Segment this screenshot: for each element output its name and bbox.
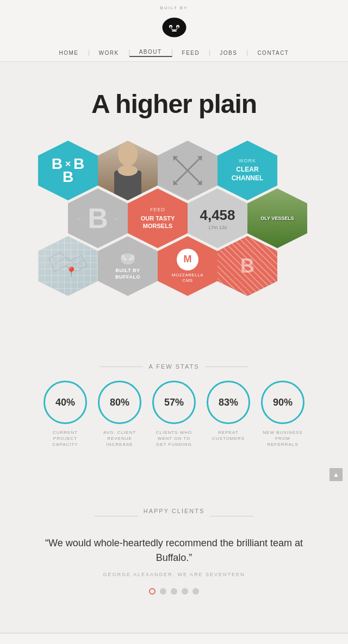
hex-mozzarella[interactable]: M MOZZARELLACMS bbox=[158, 236, 217, 296]
logo[interactable] bbox=[159, 12, 189, 42]
hero-title: A higher plain bbox=[11, 89, 337, 119]
hex-b-large[interactable]: ← B → bbox=[68, 188, 128, 248]
dot-0[interactable] bbox=[149, 588, 156, 595]
stats-section: A FEW STATS 40% CURRENTPROJECTCAPACITY 8… bbox=[0, 342, 348, 481]
hex-work-clear-channel[interactable]: WORK CLEARCHANNEL bbox=[217, 141, 277, 200]
stat-percent-4: 90% bbox=[273, 397, 293, 408]
hex-oly-vessels[interactable]: OLY VESSELS bbox=[247, 188, 307, 248]
svg-point-6 bbox=[177, 27, 178, 28]
svg-point-21 bbox=[129, 258, 131, 260]
hex-bbb-logo[interactable]: B ✕ B B bbox=[38, 141, 98, 200]
nav-home[interactable]: HOME bbox=[49, 50, 89, 56]
footer-sections: PROJECT PLANNER Interested in working wi… bbox=[0, 633, 348, 644]
svg-point-19 bbox=[130, 255, 134, 260]
testimonial-dots bbox=[33, 588, 315, 595]
work-label: WORK bbox=[239, 158, 256, 163]
nav-contact[interactable]: CONTACT bbox=[247, 50, 299, 56]
svg-point-10 bbox=[118, 165, 138, 176]
stat-percent-2: 57% bbox=[164, 397, 184, 408]
hex-person-photo[interactable] bbox=[98, 141, 158, 200]
header: BUILT BY HOME WORK ABOUT FEED JOBS CONTA… bbox=[0, 0, 348, 62]
hex-feed[interactable]: FEED OUR TASTYMORSELS bbox=[128, 188, 188, 248]
testimonial-label: HAPPY CLIENTS bbox=[144, 508, 205, 514]
stat-sublabel: 17m 13s bbox=[208, 225, 227, 230]
buffalo-text: BUILT BYBUFFALO bbox=[115, 268, 140, 280]
stat-label-2: CLIENTS WHOWENT ON TOGET FUNDING bbox=[156, 430, 192, 448]
dot-2[interactable] bbox=[171, 588, 177, 595]
hex-stats-number: 4,458 17m 13s bbox=[188, 188, 247, 248]
feed-label: FEED bbox=[150, 207, 165, 212]
hex-grid: B ✕ B B bbox=[33, 135, 315, 309]
svg-point-20 bbox=[125, 258, 126, 260]
nav-about[interactable]: ABOUT bbox=[129, 49, 172, 57]
stats-divider: A FEW STATS bbox=[11, 363, 337, 370]
stat-label-0: CURRENTPROJECTCAPACITY bbox=[52, 430, 78, 448]
oly-label: OLY VESSELS bbox=[260, 216, 294, 221]
hatched-b: B bbox=[240, 255, 254, 277]
stat-item-1: 80% AVG. CLIENTREVENUEINCREASE bbox=[98, 381, 141, 448]
work-title: CLEARCHANNEL bbox=[232, 166, 264, 182]
stat-ring-4: 90% bbox=[261, 381, 304, 424]
stat-item-4: 90% NEW BUSINESSFROMREFERRALS bbox=[261, 381, 304, 448]
stat-item-0: 40% CURRENTPROJECTCAPACITY bbox=[44, 381, 87, 448]
stat-label-1: AVG. CLIENTREVENUEINCREASE bbox=[103, 430, 136, 448]
feed-title: OUR TASTYMORSELS bbox=[141, 214, 175, 230]
testimonial-author: GEORGE ALEXANDER, WE ARE SEVENTEEN bbox=[33, 572, 315, 577]
stat-ring-0: 40% bbox=[44, 381, 87, 424]
svg-point-5 bbox=[170, 27, 171, 28]
stat-number: 4,458 bbox=[200, 207, 235, 224]
stats-title: A FEW STATS bbox=[148, 363, 199, 370]
nav-work[interactable]: WORK bbox=[89, 50, 129, 56]
built-by-label: BUILT BY bbox=[0, 5, 348, 10]
stat-ring-1: 80% bbox=[98, 381, 141, 424]
nav-feed[interactable]: FEED bbox=[172, 50, 210, 56]
dot-3[interactable] bbox=[182, 588, 188, 595]
testimonial-quote: “We would whole-heartedly recommend the … bbox=[33, 536, 315, 565]
hero-section: A higher plain bbox=[0, 62, 348, 135]
nav-jobs[interactable]: JOBS bbox=[210, 50, 247, 56]
dot-1[interactable] bbox=[160, 588, 166, 595]
stat-percent-0: 40% bbox=[55, 397, 75, 408]
stat-item-2: 57% CLIENTS WHOWENT ON TOGET FUNDING bbox=[152, 381, 196, 448]
stats-circles: 40% CURRENTPROJECTCAPACITY 80% AVG. CLIE… bbox=[11, 381, 337, 448]
stat-item-3: 83% REPEATCUSTOMERS bbox=[207, 381, 250, 448]
stat-label-4: NEW BUSINESSFROMREFERRALS bbox=[263, 430, 302, 448]
hex-arrows[interactable] bbox=[158, 141, 217, 200]
stat-ring-3: 83% bbox=[207, 381, 250, 424]
stat-ring-2: 57% bbox=[152, 381, 196, 424]
hex-buffalo[interactable]: BUILT BYBUFFALO bbox=[98, 236, 158, 296]
svg-point-8 bbox=[118, 142, 138, 166]
stat-percent-1: 80% bbox=[110, 397, 129, 408]
testimonial-divider: HAPPY CLIENTS bbox=[33, 508, 315, 525]
map-pin: 📍 bbox=[65, 266, 77, 278]
svg-point-0 bbox=[162, 18, 186, 37]
stat-percent-3: 83% bbox=[219, 397, 238, 408]
scroll-top-button[interactable]: ▲ bbox=[330, 468, 343, 481]
main-nav: HOME WORK ABOUT FEED JOBS CONTACT bbox=[0, 45, 348, 61]
stat-label-3: REPEATCUSTOMERS bbox=[212, 430, 245, 441]
mozzarella-title: MOZZARELLACMS bbox=[172, 273, 203, 284]
hex-skate-photo[interactable]: B bbox=[217, 236, 277, 296]
hex-map[interactable]: 📍 bbox=[38, 236, 98, 296]
svg-point-18 bbox=[121, 255, 125, 260]
testimonial-section: HAPPY CLIENTS “We would whole-heartedly … bbox=[0, 481, 348, 616]
dot-4[interactable] bbox=[192, 588, 199, 595]
mozzarella-m: M bbox=[177, 249, 198, 270]
svg-rect-7 bbox=[172, 30, 177, 31]
